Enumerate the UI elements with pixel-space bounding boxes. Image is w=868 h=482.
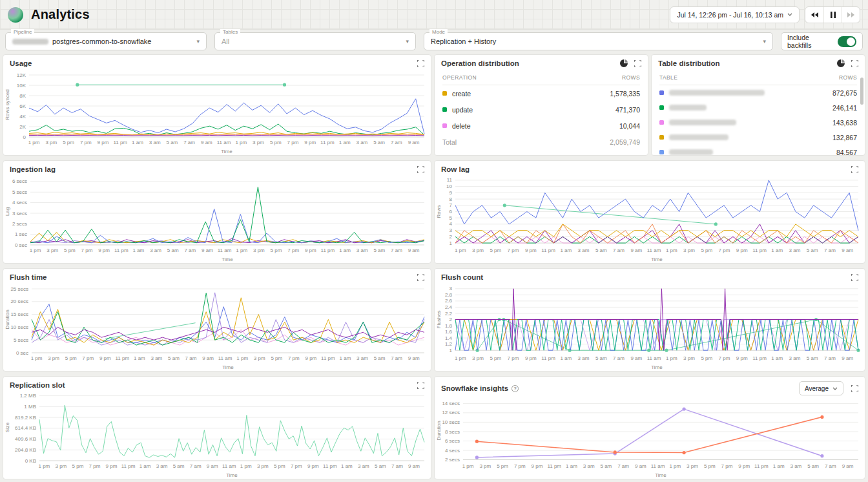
pipeline-select[interactable]: Pipeline postgres-common-to-snowflake ▾ [5,32,207,50]
pause-button[interactable] [823,7,842,23]
svg-text:9 am: 9 am [201,140,212,145]
row-lag-card: Row lag 12345678910111 pm3 pm5 pm7 pm9 p… [434,160,865,264]
svg-text:1.6: 1.6 [445,329,453,335]
pie-chart-icon[interactable] [837,59,845,67]
svg-text:5 pm: 5 pm [497,463,508,469]
expand-icon[interactable] [851,166,858,173]
flush-time-chart[interactable]: 0 sec5 secs10 secs15 secs20 secs25 secs1… [3,282,431,371]
svg-text:1 am: 1 am [560,355,572,361]
pipeline-label: Pipeline [11,29,34,35]
date-range-picker[interactable]: Jul 14, 12:26 pm - Jul 16, 10:13 am [670,6,800,23]
svg-text:1 pm: 1 pm [236,247,247,253]
svg-text:5 pm: 5 pm [274,463,285,469]
table-rows-value: 143,638 [832,119,857,127]
svg-text:1 pm: 1 pm [236,355,248,361]
expand-icon[interactable] [634,60,641,67]
svg-text:3 pm: 3 pm [687,463,698,469]
table-row[interactable]: 132,867 [659,130,857,145]
svg-text:11: 11 [447,177,453,183]
expand-icon[interactable] [851,60,858,67]
table-row[interactable]: 872,675 [659,85,857,100]
svg-text:614.4 KB: 614.4 KB [15,425,36,431]
svg-text:9 pm: 9 pm [736,355,748,361]
svg-text:3 am: 3 am [356,140,368,145]
include-backfills-toggle[interactable] [838,36,856,47]
expand-icon[interactable] [417,60,424,67]
svg-text:1 MB: 1 MB [24,404,36,410]
svg-text:5 am: 5 am [173,463,185,469]
expand-icon[interactable] [417,382,424,389]
help-icon[interactable]: ? [512,385,519,392]
ingestion-lag-chart[interactable]: 0 sec1 sec2 secs3 secs4 secs5 secs6 secs… [3,174,431,263]
row-lag-chart[interactable]: 12345678910111 pm3 pm5 pm7 pm9 pm11 pm1 … [435,174,865,263]
svg-text:2: 2 [450,234,453,240]
svg-text:3 am: 3 am [789,247,801,253]
svg-text:7 pm: 7 pm [82,355,94,361]
svg-text:20 secs: 20 secs [10,299,28,304]
svg-text:2.4: 2.4 [445,304,453,310]
snowflake-insights-chart[interactable]: 2 secs4 secs6 secs8 secs10 secs12 secs14… [435,397,865,479]
expand-icon[interactable] [851,274,858,281]
svg-text:9 pm: 9 pm [525,247,537,253]
svg-text:3 am: 3 am [789,355,801,361]
expand-icon[interactable] [417,274,424,281]
replication-slot-title: Replication slot [10,381,65,389]
table-row[interactable]: update 471,370 [442,101,640,118]
svg-text:11 pm: 11 pm [541,355,555,361]
svg-text:2.2: 2.2 [445,311,453,317]
svg-text:1 am: 1 am [339,247,351,253]
mode-label: Mode [429,29,448,35]
mode-select[interactable]: Mode Replication + History ▾ [424,32,773,50]
replication-slot-chart[interactable]: 0 KB204.8 KB409.6 KB614.4 KB819.2 KB1 MB… [3,390,431,479]
svg-text:8: 8 [450,196,453,202]
flush-count-chart[interactable]: 11.21.41.61.822.22.42.62.831 pm3 pm5 pm7… [435,282,865,371]
operation-name: delete [452,122,471,130]
table-row[interactable]: 84,567 [659,145,857,155]
aggregation-select[interactable]: Average [799,381,843,395]
table-distribution-table[interactable]: TABLE ROWS 872,675 246,141 [652,68,865,155]
svg-text:3 am: 3 am [151,355,163,361]
svg-text:7 am: 7 am [183,140,195,145]
svg-text:3 am: 3 am [578,247,590,253]
svg-text:5 secs: 5 secs [12,189,27,195]
total-label: Total [442,138,457,146]
svg-text:1 pm: 1 pm [455,247,466,253]
svg-text:3 pm: 3 pm [46,247,58,253]
svg-text:7: 7 [450,202,453,208]
svg-text:7 am: 7 am [613,355,625,361]
table-row[interactable]: 143,638 [659,115,857,130]
svg-text:5 pm: 5 pm [490,247,501,253]
svg-text:9 am: 9 am [408,140,420,145]
svg-text:6K: 6K [19,103,26,109]
svg-text:9 pm: 9 pm [106,463,118,469]
svg-text:8K: 8K [19,93,26,99]
usage-card: Usage 02K4K6K8K10K12K1 pm3 pm5 pm7 pm9 p… [3,54,431,156]
table-row[interactable]: delete 10,044 [442,118,640,134]
top-header: Analytics Jul 14, 12:26 pm - Jul 16, 10:… [0,0,868,30]
svg-text:11 am: 11 am [222,463,236,469]
fast-forward-button[interactable] [842,7,860,23]
mode-value: Replication + History [431,37,496,45]
svg-text:9 pm: 9 pm [525,355,537,361]
scrollbar[interactable] [860,78,863,105]
expand-icon[interactable] [851,385,858,392]
tables-select[interactable]: Tables All ▾ [214,32,416,50]
svg-text:1 am: 1 am [132,140,143,145]
svg-text:1 pm: 1 pm [39,463,50,469]
svg-text:11 pm: 11 pm [114,247,129,253]
svg-text:0 sec: 0 sec [15,242,27,248]
tables-label: Tables [220,29,240,35]
expand-icon[interactable] [417,166,424,173]
svg-text:11 pm: 11 pm [320,140,335,145]
redacted-table-name [669,134,728,140]
usage-chart[interactable]: 02K4K6K8K10K12K1 pm3 pm5 pm7 pm9 pm11 pm… [3,68,431,155]
svg-text:Time: Time [222,364,234,370]
svg-text:1 am: 1 am [771,247,783,253]
rewind-button[interactable] [805,7,823,23]
svg-text:3 pm: 3 pm [472,247,484,253]
table-row[interactable]: create 1,578,335 [442,85,640,101]
series-swatch [442,91,447,96]
svg-text:1 pm: 1 pm [455,355,466,361]
table-row[interactable]: 246,141 [659,100,857,115]
pie-chart-icon[interactable] [620,59,628,67]
